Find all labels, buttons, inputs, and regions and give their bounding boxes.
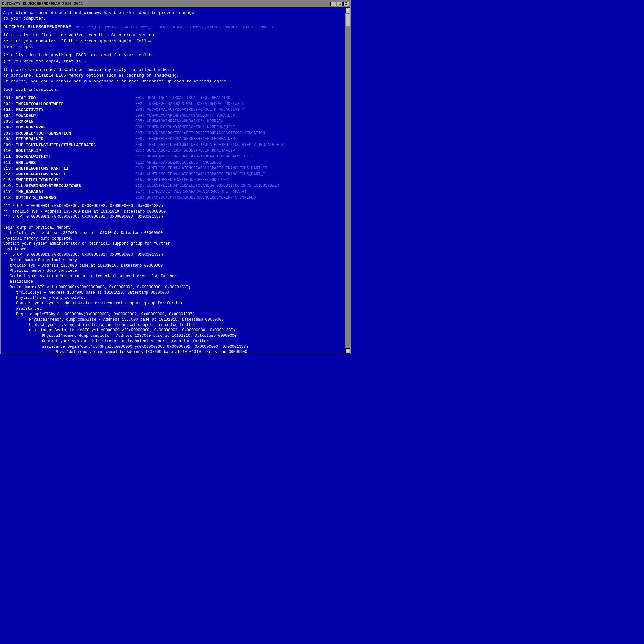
- para2-line1: Actually, don't do anything. BSODs are g…: [3, 52, 344, 58]
- error-right-1: 002: INSANEGCOSANDDONTWALLDONSATWECOALLD…: [135, 101, 344, 107]
- trololo4: trololo.sys – Address 1337000 base at 10…: [16, 290, 344, 296]
- error-right-9: 010: BONITABONETABONTABONITABOIP BONITAF…: [135, 148, 344, 154]
- error-left-11: 012: ANGLWNGS: [3, 160, 135, 166]
- trololo5: Physical*memory dump complete – Address …: [29, 317, 344, 323]
- error-row-10: 011: NOWDEALWITHIT! 011: NOWDEANOWITHATN…: [3, 154, 344, 160]
- error-row-7: 008: FEEDBRA!NER 008: FEEDBRAFEEDERRATNE…: [3, 137, 344, 142]
- error-left-14: 015: SWEEPTHELEGDUTCHY!: [3, 177, 135, 183]
- error-row-17: 018: DUTCHY'S_INFERNO 018: DUTCHYDOTCMYT…: [3, 195, 344, 201]
- header-line2: to your computer.: [3, 16, 344, 22]
- error-left-9: 010: BONITAFLIP: [3, 148, 135, 154]
- error-left-17: 018: DUTCHY'S_INFERNO: [3, 195, 135, 201]
- error-right-6: 007: CROOKEDROOCKEZECOEETHOOSITIONSADSES…: [135, 131, 344, 137]
- deep1-contact: Contact your system administrator or tec…: [42, 339, 344, 344]
- error-right-11: 012: ANGLWNGANGLZWNGSGLWNGS: ANGLWNGS: [135, 160, 344, 166]
- error-row-9: 010: BONITAFLIP 010: BONITABONETABONTABO…: [3, 148, 344, 154]
- minimize-button[interactable]: _: [330, 2, 336, 6]
- error-row-1: 002: INSANEGOALLDONTWEIF 002: INSANEGCOS…: [3, 101, 344, 107]
- close-button[interactable]: X: [343, 2, 349, 6]
- assistance2: assistance.: [10, 279, 344, 285]
- physical2: Physical memory dump complete.: [10, 268, 344, 274]
- error-right-13: 014: WHNTHEMGHTEMNWHATENSGFASGLICPARTS T…: [135, 172, 344, 177]
- maximize-button[interactable]: □: [337, 2, 343, 6]
- error-left-8: 009: THELIGHTNINGTHIEF(STIMULATEDAIR): [3, 142, 135, 148]
- physical1: Physical memory dump complete.: [3, 236, 344, 241]
- bsod-title-glitch: DUTCHYYY_BLUESCREENOFDEAF DUTCHYYY_BLUES…: [76, 25, 276, 29]
- error-row-4: 005: WRMRAIN 005: WRMRAINWRMRAINNWRMRAIN…: [3, 119, 344, 125]
- stop-line2: *** STOP: 0.000000D1 (0x0000000C, 0x0000…: [3, 214, 344, 220]
- deep1-phys: Physical*memory dump complete – Address …: [42, 333, 344, 339]
- error-right-16: 017: THE7RARAELYRAEDRARAFARARARARARA THE…: [135, 189, 344, 195]
- error-right-3: 004: YOWAKEYOWAKEWDYAKEYOWAKEDO4!: YOWAK…: [135, 113, 344, 119]
- error-row-6: 007: CROOKED'TOOF'SENSATION 007: CROOKED…: [3, 131, 344, 137]
- error-row-2: 003: PBCACTIVITY 003: PBCACTPACACTPBCACT…: [3, 107, 344, 113]
- para2: Actually, don't do anything. BSODs are g…: [3, 52, 344, 64]
- stop2: *** STOP: 0.000000D1 (0x0000000C, 0x0000…: [3, 252, 344, 258]
- error-row-14: 015: SWEEPTHELEGDUTCHY! 015: SWEEPTSWEED…: [3, 177, 344, 183]
- error-row-11: 012: ANGLWNGS 012: ANGLWNGANGLZWNGSGLWNG…: [3, 160, 344, 166]
- stop4: Begin dump*cSTGhysl.c00G000hy(0x0000000C…: [16, 312, 344, 317]
- header-section: A problem has been detecetd and Windows …: [3, 10, 344, 22]
- titlebar: DUTCHYYY_BLUESCREENOFDEAF_2010_2011 _ □ …: [1, 1, 350, 7]
- error-row-12: 013: WHNTHENGHTCMS_PART_II 013: WHNTHEMG…: [3, 166, 344, 172]
- para1-line2: restart your computer. If this screen ap…: [3, 38, 344, 44]
- error-row-3: 004: YOWAKEUP! 004: YOWAKEYOWAKEWDYAKEYO…: [3, 113, 344, 119]
- error-left-2: 003: PBCACTIVITY: [3, 107, 135, 113]
- error-left-12: 013: WHNTHENGHTCMS_PART_II: [3, 166, 135, 172]
- bsod-title-bold: DUTCHYYY_BLUESCREENOFDEAF: [3, 24, 71, 30]
- tech-info-label: Technical information:: [3, 87, 344, 93]
- error-right-12: 013: WHNTHEMGHTEMNWHATENSGFASGLICPARTS T…: [135, 166, 344, 172]
- error-row-0: 001: DEAF'TRO 001: DEAF'TROAF'TROAF'TRCA…: [3, 95, 344, 101]
- stop-line: *** STOP: 0.000000D1 (0x0000000C, 0x0000…: [3, 204, 344, 209]
- error-right-15: 016: ILLUSIVELINGMYLINALUSTOSANDSATOONDU…: [135, 183, 344, 189]
- error-left-10: 011: NOWDEALWITHIT!: [3, 154, 135, 160]
- error-left-6: 007: CROOKED'TOOF'SENSATION: [3, 131, 135, 137]
- error-right-8: 009: THELIGHTNINGELIGHTINGSTIMULATEDAIRD…: [135, 142, 344, 148]
- scroll-up-arrow[interactable]: ▲: [345, 8, 350, 13]
- para3-line1: If problems continue, disable or remove …: [3, 67, 344, 73]
- content-area: A problem has been detecetd and Windows …: [1, 7, 350, 353]
- contact3: Contact your system administrator or tec…: [16, 301, 344, 306]
- begin1: Begin dump of physical memory: [3, 225, 344, 231]
- deep2-phys: Physi*del memory dump complete Address 1…: [55, 349, 344, 353]
- error-left-15: 016: ILLUSIVEINAMYSTERIOUSTOWER: [3, 183, 135, 189]
- titlebar-buttons: _ □ X: [330, 2, 349, 6]
- error-right-17: 018: DUTCHYDOTCMYTOMCINUBERNOINGERNOMEFE…: [135, 195, 344, 201]
- para2-line2: (If you work for Apple, that is.): [3, 59, 344, 64]
- scrollbar[interactable]: ▲ ▼: [345, 8, 350, 354]
- para1: If this is the first time you've seen th…: [3, 33, 344, 50]
- error-left-4: 005: WRMRAIN: [3, 119, 135, 125]
- error-list: 001: DEAF'TRO 001: DEAF'TROAF'TROAF'TRCA…: [3, 95, 344, 201]
- assistance3: assistance.: [16, 306, 344, 312]
- error-left-3: 004: YOWAKEUP!: [3, 113, 135, 119]
- error-left-16: 017: THE_RARARA!: [3, 189, 135, 195]
- para1-line3: these steps:: [3, 44, 344, 50]
- window-title: DUTCHYYY_BLUESCREENOFDEAF_2010_2011: [2, 1, 83, 7]
- dump-section: *** STOP: 0.000000D1 (0x0000000C, 0x0000…: [3, 204, 344, 353]
- error-row-8: 009: THELIGHTNINGTHIEF(STIMULATEDAIR) 00…: [3, 142, 344, 148]
- tech-info-text: Technical information:: [3, 87, 344, 93]
- error-right-2: 003: PBCACTPACACTPBCACTPBCIACTOOLTP PBCA…: [135, 107, 344, 113]
- error-left-0: 001: DEAF'TRO: [3, 95, 135, 101]
- error-right-0: 001: DEAF'TROAF'TROAF'TRCAF'TRO: DEAF'TR…: [135, 95, 344, 101]
- begin2: Begin dump of physical memory: [10, 258, 344, 263]
- para3-line3: Of course, you could simply not run anyt…: [3, 79, 344, 84]
- error-left-7: 008: FEEDBRA!NER: [3, 137, 135, 142]
- para3: If problems continue, disable or remove …: [3, 67, 344, 85]
- para1-line1: If this is the first time you've seen th…: [3, 33, 344, 38]
- error-row-15: 016: ILLUSIVEINAMYSTERIOUSTOWER 016: ILL…: [3, 183, 344, 189]
- error-left-13: 014: WHNTHENGHTCMS_PART_I: [3, 172, 135, 177]
- header-line1: A problem has been detecetd and Windows …: [3, 10, 344, 16]
- scroll-down-arrow[interactable]: ▼: [345, 348, 350, 354]
- error-left-5: 006: COMERUN'N2ME: [3, 125, 135, 130]
- deep1-assist: assistance Begin*dump*cSTGhys1.c000G000h…: [42, 344, 344, 350]
- error-right-4: 005: WRMRAINWRMRAINNWRMRAIN05: WRMRAIN: [135, 119, 344, 125]
- title-section: DUTCHYYY_BLUESCREENOFDEAF DUTCHYYY_BLUES…: [3, 24, 344, 31]
- error-row-13: 014: WHNTHENGHTCMS_PART_I 014: WHNTHEMGH…: [3, 172, 344, 177]
- scroll-thumb[interactable]: [346, 14, 350, 26]
- error-right-10: 011: NOWDEANOWITHATNOWDEANOWITDEAWITTNOW…: [135, 154, 344, 160]
- para3-line2: or software. Disable BIOS memory options…: [3, 73, 344, 79]
- physical4: Contact your system administrator or tec…: [29, 322, 344, 328]
- contact4: assistance Begin dump*cSTGhysl.c000G000h…: [29, 328, 344, 333]
- error-row-5: 006: COMERUN'N2ME 006: COMERUCOMRUNDOOME…: [3, 125, 344, 130]
